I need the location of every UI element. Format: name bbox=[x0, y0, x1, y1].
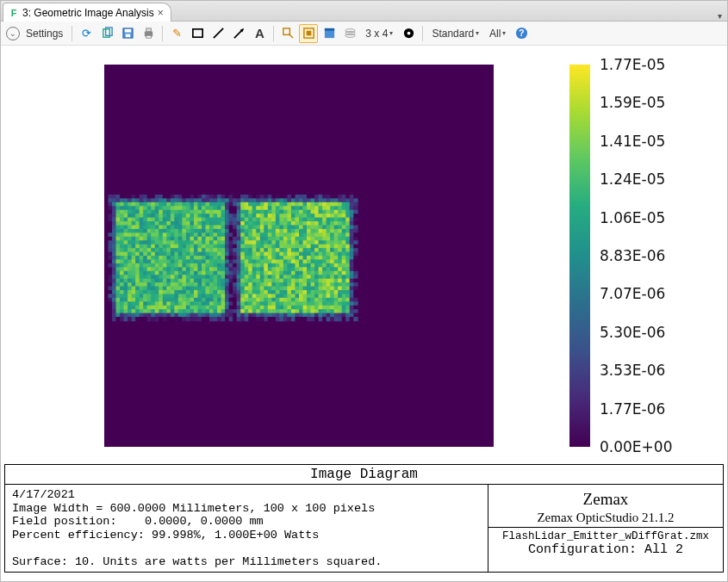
arrow-icon[interactable] bbox=[229, 24, 248, 43]
tab-bar: F 3: Geometric Image Analysis × ▾ bbox=[1, 1, 727, 22]
svg-point-22 bbox=[408, 32, 411, 35]
window-icon[interactable] bbox=[320, 24, 339, 43]
svg-text:?: ? bbox=[519, 28, 524, 38]
fit-window-icon[interactable] bbox=[299, 24, 318, 43]
svg-rect-17 bbox=[325, 28, 334, 31]
text-icon[interactable]: A bbox=[250, 24, 269, 43]
colorbar bbox=[569, 65, 590, 447]
svg-rect-7 bbox=[146, 35, 152, 38]
svg-line-9 bbox=[214, 28, 223, 38]
stack-icon[interactable] bbox=[340, 24, 359, 43]
toolbar: ⌄ Settings ⟳ ✎ A 3 x 4▾ Standard▾ All▾ ? bbox=[1, 22, 727, 46]
file-meta: FlashLidar_Emitter_wDiffGrat.zmx Configu… bbox=[488, 528, 723, 559]
colorbar-tick-label: 3.53E-06 bbox=[600, 362, 665, 379]
brand-block: Zemax Zemax OpticStudio 21.1.2 bbox=[488, 485, 723, 528]
colorbar-tick-label: 1.24E-05 bbox=[600, 170, 665, 188]
colorbar-tick-label: 0.00E+00 bbox=[600, 438, 672, 455]
colorbar-tick-label: 1.06E-05 bbox=[600, 209, 665, 226]
diagram-details: 4/17/2021 Image Width = 600.0000 Millime… bbox=[5, 485, 488, 572]
svg-rect-15 bbox=[307, 31, 312, 36]
analysis-content: 1.77E-051.59E-051.41E-051.24E-051.06E-05… bbox=[1, 46, 727, 459]
svg-rect-6 bbox=[146, 28, 152, 32]
line-icon[interactable] bbox=[208, 24, 227, 43]
tab-menu-dropdown[interactable]: ▾ bbox=[718, 11, 722, 21]
info-panel: Image Diagram 4/17/2021 Image Width = 60… bbox=[4, 464, 724, 573]
heatmap-canvas bbox=[104, 65, 494, 447]
plot-area: 1.77E-051.59E-051.41E-051.24E-051.06E-05… bbox=[9, 54, 716, 459]
mode-dropdown[interactable]: Standard▾ bbox=[427, 24, 483, 43]
svg-rect-4 bbox=[126, 34, 131, 37]
settings-button[interactable]: Settings bbox=[22, 24, 67, 43]
help-icon[interactable]: ? bbox=[512, 24, 531, 43]
target-icon[interactable] bbox=[399, 24, 418, 43]
tab-title: 3: Geometric Image Analysis bbox=[22, 7, 154, 19]
app-icon: F bbox=[9, 8, 19, 18]
svg-rect-8 bbox=[193, 29, 202, 37]
configuration-label: Configuration: All 2 bbox=[490, 542, 721, 557]
copy-icon[interactable] bbox=[97, 24, 116, 43]
refresh-icon[interactable]: ⟳ bbox=[77, 24, 96, 43]
pencil-icon[interactable]: ✎ bbox=[167, 24, 186, 43]
colorbar-tick-label: 1.59E-05 bbox=[600, 94, 665, 111]
colorbar-ticks: 1.77E-051.59E-051.41E-051.24E-051.06E-05… bbox=[600, 58, 728, 454]
file-name: FlashLidar_Emitter_wDiffGrat.zmx bbox=[490, 530, 721, 542]
tab-geometric-image-analysis[interactable]: F 3: Geometric Image Analysis × bbox=[3, 3, 171, 22]
filter-dropdown[interactable]: All▾ bbox=[485, 24, 510, 43]
save-icon[interactable] bbox=[118, 24, 137, 43]
rect-icon[interactable] bbox=[188, 24, 207, 43]
brand-version: Zemax OpticStudio 21.1.2 bbox=[492, 511, 719, 525]
chevron-down-icon[interactable]: ⌄ bbox=[6, 27, 20, 40]
brand-name: Zemax bbox=[492, 490, 719, 509]
colorbar-tick-label: 1.77E-05 bbox=[600, 56, 665, 73]
colorbar-tick-label: 8.83E-06 bbox=[600, 247, 665, 264]
colorbar-tick-label: 1.41E-05 bbox=[600, 133, 665, 150]
zoom-tool-icon[interactable] bbox=[278, 24, 297, 43]
colorbar-tick-label: 1.77E-06 bbox=[600, 400, 665, 418]
svg-rect-12 bbox=[283, 28, 290, 35]
close-icon[interactable]: × bbox=[158, 7, 164, 19]
svg-rect-3 bbox=[125, 29, 132, 33]
grid-size-dropdown[interactable]: 3 x 4▾ bbox=[361, 24, 397, 43]
svg-point-20 bbox=[345, 34, 355, 37]
colorbar-tick-label: 5.30E-06 bbox=[600, 324, 665, 341]
colorbar-tick-label: 7.07E-06 bbox=[600, 285, 665, 302]
diagram-title: Image Diagram bbox=[5, 465, 723, 485]
svg-line-13 bbox=[289, 34, 293, 38]
print-icon[interactable] bbox=[139, 24, 158, 43]
